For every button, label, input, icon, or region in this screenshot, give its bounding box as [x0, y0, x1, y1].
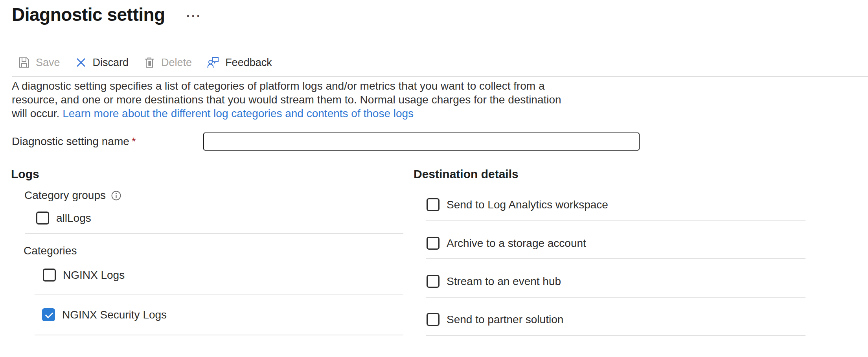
- partner-solution-checkbox[interactable]: [427, 313, 440, 326]
- delete-label: Delete: [161, 57, 192, 69]
- command-toolbar: Save Discard D: [18, 53, 272, 72]
- discard-label: Discard: [93, 57, 129, 69]
- info-icon[interactable]: [111, 191, 121, 201]
- partner-solution-label: Send to partner solution: [447, 313, 563, 326]
- diagnostic-setting-name-input[interactable]: [203, 132, 640, 151]
- required-asterisk: *: [132, 135, 136, 147]
- logs-divider-3: [35, 335, 403, 335]
- alllogs-checkbox[interactable]: [36, 212, 49, 225]
- destination-divider-4: [426, 335, 805, 336]
- destination-divider-1: [426, 220, 805, 221]
- log-analytics-label: Send to Log Analytics workspace: [447, 199, 608, 211]
- logs-section-heading: Logs: [11, 167, 39, 181]
- checkbox-row-nginx-logs[interactable]: NGINX Logs: [43, 269, 125, 282]
- logs-divider-2: [35, 294, 403, 295]
- feedback-button[interactable]: Feedback: [207, 56, 272, 69]
- discard-button[interactable]: Discard: [75, 57, 129, 69]
- destination-divider-3: [426, 297, 805, 298]
- name-field-label: Diagnostic setting name*: [12, 135, 136, 148]
- nginx-logs-checkbox[interactable]: [43, 269, 56, 282]
- save-button[interactable]: Save: [18, 57, 60, 69]
- storage-account-label: Archive to a storage account: [447, 237, 586, 250]
- discard-x-icon: [75, 57, 87, 68]
- log-analytics-checkbox[interactable]: [427, 198, 440, 211]
- nginx-security-logs-label: NGINX Security Logs: [62, 309, 167, 321]
- categories-label: Categories: [24, 245, 77, 257]
- destination-details-heading: Destination details: [414, 167, 519, 181]
- checkbox-row-storage-account[interactable]: Archive to a storage account: [427, 237, 586, 250]
- feedback-label: Feedback: [225, 57, 272, 69]
- delete-button[interactable]: Delete: [143, 57, 192, 69]
- more-options-button[interactable]: ···: [185, 8, 203, 24]
- nginx-logs-label: NGINX Logs: [63, 269, 125, 282]
- name-field-label-text: Diagnostic setting name: [12, 135, 129, 147]
- description-text: A diagnostic setting specifies a list of…: [12, 79, 564, 120]
- alllogs-label: allLogs: [56, 212, 91, 225]
- destination-divider-2: [426, 258, 805, 259]
- save-label: Save: [36, 57, 60, 69]
- checkbox-row-partner-solution[interactable]: Send to partner solution: [427, 313, 563, 326]
- trash-icon: [143, 57, 155, 68]
- checkbox-row-event-hub[interactable]: Stream to an event hub: [427, 275, 561, 288]
- page-title: Diagnostic setting: [12, 4, 165, 25]
- logs-divider-1: [25, 233, 403, 234]
- diagnostic-setting-page: Diagnostic setting ··· Save Discard: [0, 0, 868, 357]
- event-hub-label: Stream to an event hub: [447, 275, 561, 288]
- toolbar-divider: [12, 76, 868, 77]
- checkbox-row-nginx-security-logs[interactable]: NGINX Security Logs: [42, 308, 167, 321]
- learn-more-link[interactable]: Learn more about the different log categ…: [63, 107, 414, 120]
- category-groups-label-text: Category groups: [24, 189, 106, 202]
- checkbox-row-log-analytics[interactable]: Send to Log Analytics workspace: [427, 198, 608, 211]
- storage-account-checkbox[interactable]: [427, 237, 440, 250]
- checkbox-row-alllogs[interactable]: allLogs: [36, 212, 91, 225]
- nginx-security-logs-checkbox[interactable]: [42, 308, 55, 321]
- feedback-person-icon: [207, 56, 219, 69]
- event-hub-checkbox[interactable]: [427, 275, 440, 288]
- save-icon: [18, 57, 30, 68]
- category-groups-label: Category groups: [24, 189, 121, 202]
